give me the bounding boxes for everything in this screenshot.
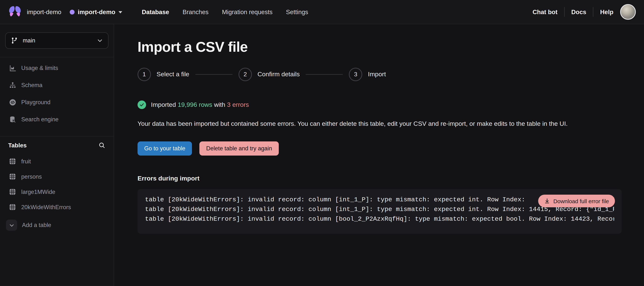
step-import: 3 Import [349,68,386,81]
database-name: import-demo [78,8,115,15]
database-selector[interactable]: import-demo [70,8,122,15]
git-branch-icon [11,37,18,44]
table-item-20kwidewitherrors[interactable]: 20kWideWithErrors [5,201,108,214]
step-confirm-details: 2 Confirm details [238,68,300,81]
table-item-large1mwide[interactable]: large1MWide [5,185,108,198]
chevron-down-icon [119,11,122,13]
step-connector [306,74,343,75]
delete-table-button[interactable]: Delete table and try again [200,142,279,155]
tab-settings[interactable]: Settings [286,8,308,15]
tab-branches[interactable]: Branches [182,8,208,15]
status-text: Imported 19,996 rows with 3 errors [151,101,249,109]
table-icon [9,188,16,195]
import-description: Your data has been imported but containe… [138,119,622,129]
error-log-box: table [20kWideWithErrors]: invalid recor… [138,189,622,234]
sidebar-item-usage-limits[interactable]: Usage & limits [5,61,108,75]
step-select-a-file: 1 Select a file [138,68,189,81]
download-icon [544,198,550,204]
schema-icon [9,82,16,89]
workspace-cluster: import-demo import-demo [8,5,122,18]
sidebar-item-label: Usage & limits [21,65,58,71]
table-item-fruit[interactable]: fruit [5,155,108,168]
add-table-label: Add a table [22,222,51,229]
sidebar-nav: Usage & limits Schema [5,61,108,127]
tables-header: Tables [5,140,108,149]
database-color-dot [70,9,74,14]
errors-heading: Errors during import [138,175,644,182]
table-item-label: fruit [21,158,31,165]
error-log-line: table [20kWideWithErrors]: invalid recor… [145,214,614,224]
step-number: 2 [238,68,252,81]
search-icon[interactable] [98,142,106,149]
status-middle: with [214,101,225,108]
navbar-utility-links: Chat bot Docs Help [532,4,636,20]
chevron-down-icon [9,222,14,228]
action-buttons: Go to your table Delete table and try ag… [138,142,644,155]
download-error-file-button[interactable]: Download full error file [538,195,615,207]
usage-icon [9,64,16,72]
go-to-table-button[interactable]: Go to your table [138,142,192,155]
step-connector [195,74,232,75]
table-item-label: large1MWide [21,188,55,195]
table-icon [9,158,16,165]
add-table-chevron[interactable] [6,220,17,231]
sidebar-item-schema[interactable]: Schema [5,78,108,92]
table-icon [9,173,16,180]
divider [0,57,114,57]
tab-migration-requests[interactable]: Migration requests [222,8,272,15]
step-number: 3 [349,68,362,81]
page-title: Import a CSV file [138,39,644,55]
user-avatar[interactable] [620,4,636,20]
download-button-label: Download full error file [554,198,609,204]
step-number: 1 [138,68,151,81]
docs-link[interactable]: Docs [571,8,586,15]
sidebar-item-label: Schema [21,82,42,89]
error-log-text: table [20kWideWithErrors]: invalid recor… [145,196,525,203]
tab-database[interactable]: Database [142,8,169,15]
sidebar-item-search-engine[interactable]: Search engine [5,112,108,127]
import-status: Imported 19,996 rows with 3 errors [138,101,644,109]
xata-logo-icon[interactable] [8,5,22,18]
divider [593,7,593,17]
main-content: Import a CSV file 1 Select a file 2 Conf… [114,24,644,286]
table-item-persons[interactable]: persons [5,170,108,183]
chat-bot-link[interactable]: Chat bot [532,8,558,15]
chevron-down-icon [97,38,103,43]
sidebar-item-label: Search engine [21,116,58,123]
playground-icon [9,99,16,106]
step-label: Confirm details [258,71,300,78]
sidebar-item-playground[interactable]: Playground [5,95,108,109]
step-label: Import [368,71,386,78]
success-check-icon [138,101,146,109]
add-table-button[interactable]: Add a table [5,218,108,231]
import-stepper: 1 Select a file 2 Confirm details 3 Impo… [138,68,644,81]
table-icon [9,204,16,211]
table-item-label: 20kWideWithErrors [21,204,71,210]
table-item-label: persons [21,173,42,180]
top-navbar: import-demo import-demo Database Branche… [0,0,644,24]
rows-count: 19,996 rows [178,101,212,108]
tables-heading: Tables [8,142,27,149]
sidebar-item-label: Playground [21,99,50,106]
search-engine-icon [9,116,16,123]
sidebar: main Usage & limits [0,24,114,286]
errors-count: 3 errors [227,101,249,108]
app-window: import-demo import-demo Database Branche… [0,0,644,286]
workspace-name[interactable]: import-demo [27,8,61,15]
help-link[interactable]: Help [600,8,614,15]
branch-name: main [23,37,92,44]
status-prefix: Imported [151,101,176,108]
divider [564,7,564,17]
navbar-tabs: Database Branches Migration requests Set… [142,8,308,15]
branch-selector[interactable]: main [5,32,108,49]
divider [0,136,114,137]
table-list: fruit persons large1MWide [5,155,108,214]
step-label: Select a file [156,71,189,78]
